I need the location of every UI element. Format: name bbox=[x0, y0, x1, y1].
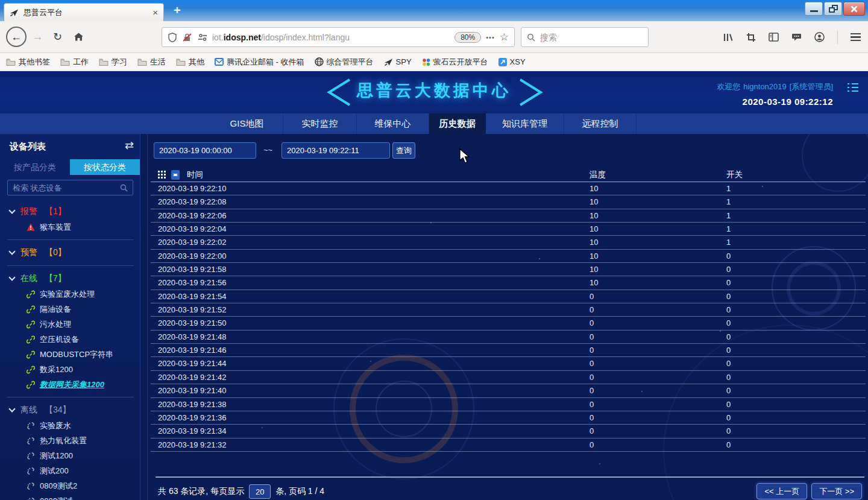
table-row[interactable]: 2020-03-19 9:22:08101 bbox=[151, 195, 866, 209]
bookmark-item[interactable]: 其他 bbox=[176, 57, 204, 68]
reload-button[interactable]: ↻ bbox=[53, 30, 62, 43]
device-item[interactable]: 测试1200 bbox=[0, 448, 140, 463]
table-row[interactable]: 2020-03-19 9:21:3400 bbox=[151, 425, 866, 438]
browser-tab[interactable]: 思普云平台 × bbox=[4, 3, 164, 21]
new-tab-button[interactable]: + bbox=[174, 4, 181, 17]
table-row[interactable]: 2020-03-19 9:21:5400 bbox=[151, 290, 866, 303]
table-row[interactable]: 2020-03-19 9:22:02101 bbox=[151, 236, 866, 249]
shield-icon[interactable] bbox=[168, 33, 177, 42]
table-row[interactable]: 2020-03-19 9:21:4600 bbox=[151, 344, 866, 357]
device-item[interactable]: 隔油设备 bbox=[0, 302, 140, 317]
zoom-level-badge[interactable]: 80% bbox=[454, 32, 481, 43]
url-text[interactable]: iot.idosp.net/idosp/index.html?langu bbox=[212, 33, 450, 42]
chat-icon[interactable] bbox=[791, 33, 802, 42]
bookmark-item[interactable]: 生活 bbox=[137, 57, 166, 68]
column-picker-icon[interactable] bbox=[158, 171, 166, 179]
end-datetime-input[interactable] bbox=[281, 142, 390, 159]
window-minimize-button[interactable] bbox=[805, 2, 823, 16]
table-row[interactable]: 2020-03-19 9:21:56100 bbox=[151, 276, 866, 290]
column-temperature[interactable]: 温度 bbox=[590, 169, 606, 180]
table-row[interactable]: 2020-03-19 9:22:00100 bbox=[151, 250, 866, 263]
device-item[interactable]: 实验废水 bbox=[0, 418, 140, 433]
column-switch[interactable]: 开关 bbox=[726, 169, 743, 180]
table-row[interactable]: 2020-03-19 9:22:04101 bbox=[151, 223, 866, 236]
nav-tab-4[interactable]: 知识库管理 bbox=[486, 113, 564, 134]
bookmark-item[interactable]: 学习 bbox=[99, 57, 127, 68]
tab-by-status[interactable]: 按状态分类 bbox=[70, 159, 140, 175]
device-item[interactable]: 热力氧化装置 bbox=[0, 433, 140, 448]
search-input[interactable] bbox=[540, 33, 649, 42]
bookmark-item[interactable]: XSY bbox=[498, 57, 526, 66]
chevron-down-icon[interactable] bbox=[8, 405, 15, 412]
device-search[interactable] bbox=[7, 180, 133, 195]
start-datetime-input[interactable] bbox=[154, 142, 256, 159]
user-menu-icon[interactable] bbox=[848, 83, 858, 92]
table-row[interactable]: 2020-03-19 9:21:5000 bbox=[151, 317, 866, 330]
nav-tab-1[interactable]: 实时监控 bbox=[283, 113, 357, 134]
table-row[interactable]: 2020-03-19 9:21:4000 bbox=[151, 384, 866, 397]
table-row[interactable]: 2020-03-19 9:21:58100 bbox=[151, 263, 866, 276]
device-item[interactable]: 污水处理 bbox=[0, 317, 140, 332]
device-group[interactable]: 报警【1】 bbox=[0, 204, 140, 220]
bookmark-item[interactable]: 萤石云开放平台 bbox=[422, 57, 488, 68]
forward-button[interactable]: → bbox=[32, 30, 43, 43]
nav-tab-0[interactable]: GIS地图 bbox=[211, 113, 283, 134]
window-close-button[interactable] bbox=[843, 2, 865, 16]
bookmark-item[interactable]: 腾讯企业邮箱 - 收件箱 bbox=[215, 57, 304, 68]
next-page-button[interactable]: 下一页 >> bbox=[811, 483, 862, 499]
table-row[interactable]: 2020-03-19 9:21:3200 bbox=[151, 438, 866, 452]
account-icon[interactable] bbox=[814, 32, 825, 42]
insecure-lock-icon[interactable] bbox=[182, 33, 193, 42]
menu-icon[interactable] bbox=[851, 33, 861, 41]
table-row[interactable]: 2020-03-19 9:21:4800 bbox=[151, 331, 866, 344]
search-bar[interactable] bbox=[521, 27, 649, 47]
tab-close-icon[interactable]: × bbox=[153, 8, 158, 17]
column-time[interactable]: 时间 bbox=[187, 169, 203, 180]
table-row[interactable]: 2020-03-19 9:21:5200 bbox=[151, 303, 866, 317]
table-row[interactable]: 2020-03-19 9:21:3600 bbox=[151, 411, 866, 425]
back-button[interactable]: ← bbox=[6, 27, 27, 47]
bookmark-item[interactable]: SPY bbox=[384, 57, 412, 66]
nav-tab-2[interactable]: 维保中心 bbox=[357, 113, 429, 134]
window-restore-button[interactable] bbox=[824, 2, 842, 16]
table-row[interactable]: 2020-03-19 9:22:10101 bbox=[151, 182, 866, 195]
device-search-input[interactable] bbox=[13, 183, 116, 192]
prev-page-button[interactable]: << 上一页 bbox=[756, 483, 807, 499]
device-item[interactable]: 猴车装置 bbox=[0, 220, 140, 235]
url-bar[interactable]: iot.idosp.net/idosp/index.html?langu 80%… bbox=[162, 27, 515, 47]
chevron-down-icon[interactable] bbox=[8, 248, 15, 255]
bookmark-item[interactable]: 其他书签 bbox=[6, 57, 50, 68]
swap-view-icon[interactable]: ⇄ bbox=[125, 139, 134, 152]
query-button[interactable]: 查询 bbox=[392, 142, 415, 159]
device-group[interactable]: 在线【7】 bbox=[0, 271, 140, 286]
table-row[interactable]: 2020-03-19 9:21:4200 bbox=[151, 371, 866, 384]
table-row[interactable]: 2020-03-19 9:21:3800 bbox=[151, 398, 866, 411]
bookmark-item[interactable]: 工作 bbox=[60, 57, 89, 68]
device-item[interactable]: 0809测试 bbox=[0, 493, 140, 500]
table-row[interactable]: 2020-03-19 9:22:06101 bbox=[151, 209, 866, 223]
screenshot-icon[interactable] bbox=[746, 33, 756, 42]
page-actions-icon[interactable]: ••• bbox=[486, 34, 495, 41]
device-item[interactable]: 空压机设备 bbox=[0, 332, 140, 347]
page-size-input[interactable] bbox=[249, 484, 271, 499]
device-item[interactable]: 测试200 bbox=[0, 463, 140, 478]
device-item[interactable]: MODBUSTCP字符串 bbox=[0, 347, 140, 362]
device-group[interactable]: 预警【0】 bbox=[0, 245, 140, 261]
device-group[interactable]: 离线【34】 bbox=[0, 402, 140, 418]
device-item[interactable]: 0809测试2 bbox=[0, 478, 140, 493]
table-row[interactable]: 2020-03-19 9:21:4400 bbox=[151, 357, 866, 370]
home-button[interactable] bbox=[74, 33, 84, 42]
sidebar-toggle-icon[interactable] bbox=[769, 33, 779, 42]
chevron-down-icon[interactable] bbox=[8, 274, 15, 280]
library-icon[interactable] bbox=[723, 33, 734, 42]
permissions-icon[interactable] bbox=[198, 33, 207, 42]
chevron-down-icon[interactable] bbox=[8, 207, 15, 214]
nav-tab-3[interactable]: 历史数据 bbox=[429, 113, 486, 134]
nav-tab-5[interactable]: 远程控制 bbox=[564, 113, 637, 134]
device-item[interactable]: 数据网关采集1200 bbox=[0, 377, 140, 392]
device-item[interactable]: 实验室废水处理 bbox=[0, 286, 140, 302]
bookmark-star-icon[interactable]: ☆ bbox=[500, 31, 509, 43]
bookmark-item[interactable]: 综合管理平台 bbox=[315, 57, 374, 68]
device-item[interactable]: 数采1200 bbox=[0, 362, 140, 377]
sort-icon[interactable] bbox=[171, 170, 180, 180]
